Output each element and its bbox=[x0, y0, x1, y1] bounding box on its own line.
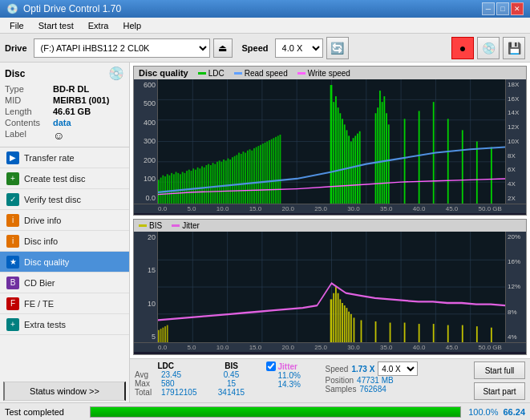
samples-val: 762684 bbox=[359, 385, 386, 394]
jitter-avg: 11.0% bbox=[266, 371, 314, 380]
jitter-checkbox[interactable] bbox=[266, 361, 276, 371]
sidebar-item-extra-tests[interactable]: + Extra tests bbox=[0, 314, 129, 335]
ldc-max: 580 bbox=[161, 379, 175, 388]
svg-rect-126 bbox=[354, 317, 355, 342]
ldc-avg: 23.45 bbox=[161, 370, 181, 379]
svg-rect-51 bbox=[238, 153, 240, 204]
bis-legend-label: BIS bbox=[149, 221, 162, 230]
sidebar-item-disc-quality[interactable]: ★ Disc quality bbox=[0, 252, 129, 273]
svg-rect-95 bbox=[447, 119, 449, 204]
menu-help[interactable]: Help bbox=[116, 19, 148, 32]
disc-label-icon[interactable]: ☺ bbox=[53, 129, 64, 142]
progress-bar-container bbox=[90, 406, 461, 418]
chart2-yr-16: 16% bbox=[508, 258, 524, 265]
close-button[interactable]: ✕ bbox=[511, 2, 524, 15]
chart2-x-0: 0.0 bbox=[158, 344, 167, 351]
speed-select[interactable]: 4.0 X bbox=[275, 38, 323, 58]
sidebar-item-fe-te[interactable]: F FE / TE bbox=[0, 293, 129, 314]
max-label: Max bbox=[135, 379, 159, 388]
drive-label: Drive bbox=[5, 43, 27, 53]
start-part-button[interactable]: Start part bbox=[474, 382, 525, 400]
maximize-button[interactable]: □ bbox=[496, 2, 509, 15]
chart1-x-15: 15.0 bbox=[249, 205, 262, 212]
chart1-y-0: 0.0 bbox=[136, 194, 156, 202]
chart2-x-20: 20.0 bbox=[281, 344, 294, 351]
eject-button[interactable]: ⏏ bbox=[213, 38, 233, 58]
chart1-x-10: 10.0 bbox=[216, 205, 229, 212]
sidebar-item-cd-bier[interactable]: B CD Bier bbox=[0, 273, 129, 293]
refresh-button[interactable]: 🔄 bbox=[326, 37, 349, 59]
svg-rect-27 bbox=[186, 171, 188, 204]
ldc-legend: LDC bbox=[198, 69, 225, 78]
extra-tests-icon: + bbox=[6, 318, 19, 331]
bis-legend: BIS bbox=[139, 221, 162, 230]
menu-file[interactable]: File bbox=[3, 19, 30, 32]
chart1-svg bbox=[158, 79, 505, 204]
chart2-y-10: 10 bbox=[136, 300, 156, 308]
jitter-header: Jitter bbox=[278, 362, 297, 371]
nav-items: ▶ Transfer rate + Create test disc ✓ Ver… bbox=[0, 147, 129, 380]
svg-rect-42 bbox=[219, 160, 220, 204]
sidebar-item-verify-test-disc[interactable]: ✓ Verify test disc bbox=[0, 189, 129, 210]
left-panel: Disc 💿 Type BD-R DL MID MEIRB1 (001) Len… bbox=[0, 63, 130, 402]
chart2-yr-8: 8% bbox=[508, 309, 524, 316]
svg-rect-134 bbox=[462, 325, 463, 342]
chart2-x-25: 25.0 bbox=[314, 344, 327, 351]
chart2-header: BIS Jitter bbox=[134, 220, 526, 232]
svg-rect-47 bbox=[229, 160, 231, 204]
svg-rect-93 bbox=[419, 111, 420, 203]
sidebar-item-drive-info[interactable]: i Drive info bbox=[0, 210, 129, 231]
svg-rect-31 bbox=[195, 170, 196, 204]
verify-test-disc-icon: ✓ bbox=[6, 193, 19, 206]
menu-start-test[interactable]: Start test bbox=[32, 19, 80, 32]
disc-quality-icon: ★ bbox=[6, 256, 19, 269]
svg-rect-121 bbox=[342, 303, 343, 342]
svg-rect-120 bbox=[339, 299, 341, 342]
chart1-y-100: 100 bbox=[136, 175, 156, 183]
fe-te-label: FE / TE bbox=[24, 299, 54, 309]
disc-mid-label: MID bbox=[5, 95, 53, 105]
chart1-yr-4x: 4X bbox=[508, 180, 524, 188]
svg-rect-62 bbox=[262, 143, 264, 204]
save-button[interactable]: 💾 bbox=[503, 37, 525, 59]
status-text: Test completed bbox=[5, 407, 85, 417]
sidebar-item-create-test-disc[interactable]: + Create test disc bbox=[0, 168, 129, 189]
bis-avg: 0.45 bbox=[212, 370, 252, 379]
chart1-title: Disc quality bbox=[139, 68, 188, 78]
svg-rect-127 bbox=[361, 320, 362, 342]
right-panel: Disc quality LDC Read speed Write speed bbox=[130, 63, 530, 402]
svg-rect-84 bbox=[359, 131, 361, 204]
ldc-total: 17912105 bbox=[161, 388, 197, 397]
bis-total: 341415 bbox=[212, 388, 252, 397]
drive-select[interactable]: (F:) ATAPI iHBS112 2 CL0K bbox=[34, 38, 210, 58]
chart2-x-15: 15.0 bbox=[249, 344, 262, 351]
status-window-button[interactable]: Status window >> bbox=[3, 382, 126, 401]
total-label: Total bbox=[135, 388, 159, 397]
svg-rect-61 bbox=[260, 145, 261, 204]
chart2-svg bbox=[158, 232, 505, 342]
svg-rect-56 bbox=[249, 149, 251, 204]
svg-rect-24 bbox=[180, 174, 181, 204]
extra-tests-label: Extra tests bbox=[24, 320, 66, 329]
disc-length-value: 46.61 GB bbox=[53, 107, 91, 116]
bis-header: BIS bbox=[212, 361, 252, 370]
chart1-x-20: 20.0 bbox=[281, 205, 294, 212]
svg-rect-57 bbox=[251, 151, 253, 204]
disc-button[interactable]: 💿 bbox=[477, 37, 500, 59]
svg-rect-88 bbox=[382, 102, 383, 204]
drive-info-icon: i bbox=[6, 214, 19, 227]
start-full-button[interactable]: Start full bbox=[474, 361, 525, 379]
speed-max-select[interactable]: 4.0 X bbox=[378, 361, 418, 376]
chart1-x-30: 30.0 bbox=[347, 205, 360, 212]
sidebar-item-transfer-rate[interactable]: ▶ Transfer rate bbox=[0, 147, 129, 168]
bis-max: 15 bbox=[212, 379, 252, 388]
svg-rect-74 bbox=[338, 107, 339, 204]
menu-extra[interactable]: Extra bbox=[82, 19, 115, 32]
chart1-yr-2x: 2X bbox=[508, 195, 524, 202]
minimize-button[interactable]: ─ bbox=[482, 2, 495, 15]
window-controls[interactable]: ─ □ ✕ bbox=[482, 2, 524, 15]
sidebar-item-disc-info[interactable]: i Disc info bbox=[0, 231, 129, 252]
chart1-yr-14x: 14X bbox=[508, 109, 524, 116]
burn-button[interactable]: ● bbox=[451, 37, 474, 59]
svg-rect-80 bbox=[350, 141, 352, 203]
